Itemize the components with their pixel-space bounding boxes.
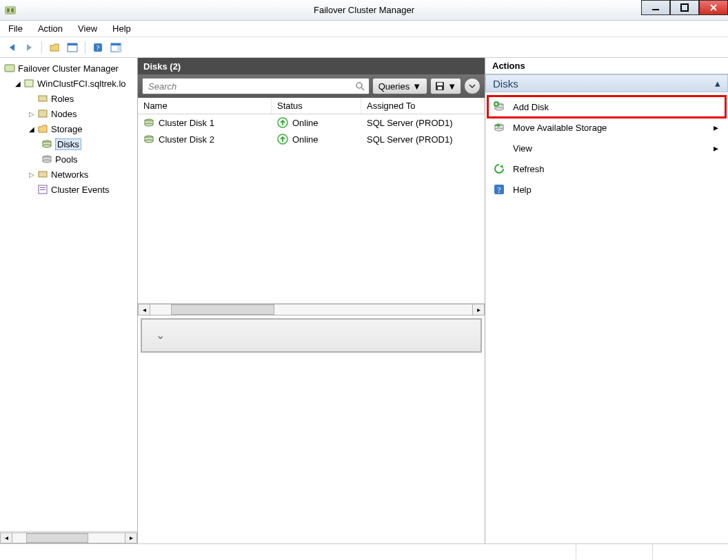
tree-cluster-events[interactable]: Cluster Events: [0, 182, 137, 197]
svg-rect-16: [39, 96, 47, 101]
svg-point-28: [356, 83, 362, 88]
list-row[interactable]: Cluster Disk 1 Online SQL Server (PROD1): [138, 114, 485, 131]
search-row: Queries ▼ ▼: [138, 74, 485, 98]
chevron-down-icon: [469, 83, 476, 90]
queries-label: Queries: [378, 81, 410, 92]
tree-roles[interactable]: Roles: [0, 91, 137, 106]
column-name[interactable]: Name: [138, 98, 272, 114]
disk-icon: [143, 134, 154, 145]
action-add-disk[interactable]: Add Disk: [488, 96, 725, 117]
close-button[interactable]: [699, 0, 728, 15]
svg-point-35: [145, 123, 153, 126]
details-expander[interactable]: ⌄: [141, 318, 482, 353]
action-refresh[interactable]: Refresh: [488, 158, 725, 179]
expander-icon[interactable]: ◢: [14, 79, 22, 87]
tree-networks[interactable]: ▷ Networks: [0, 167, 137, 182]
action-label: Refresh: [513, 164, 718, 174]
actions-list: Add Disk Move Available Storage ▸ View ▸…: [485, 92, 728, 204]
action-label: Move Available Storage: [513, 123, 707, 133]
networks-icon: [37, 169, 48, 180]
search-input[interactable]: [147, 81, 355, 92]
actions-section-header[interactable]: Disks ▴: [485, 74, 728, 92]
svg-rect-17: [39, 110, 47, 117]
main-area: Failover Cluster Manager ◢ WinClustFCI.s…: [0, 58, 728, 543]
scroll-thumb[interactable]: [171, 304, 274, 315]
menu-file[interactable]: File: [6, 21, 26, 36]
svg-rect-26: [40, 187, 46, 188]
nav-back-button[interactable]: [4, 39, 21, 56]
scroll-thumb[interactable]: [26, 533, 88, 543]
toolbar-separator: [85, 41, 85, 54]
tree-pane: Failover Cluster Manager ◢ WinClustFCI.s…: [0, 58, 138, 543]
scroll-track[interactable]: [150, 304, 472, 315]
expander-icon[interactable]: ◢: [28, 125, 36, 133]
queries-dropdown[interactable]: Queries ▼: [372, 78, 427, 94]
disks-icon: [41, 138, 52, 149]
column-assigned[interactable]: Assigned To: [361, 98, 485, 114]
expand-search-button[interactable]: [464, 78, 481, 94]
folder-up-button[interactable]: [46, 39, 63, 56]
menubar: File Action View Help: [0, 21, 728, 37]
actions-title: Actions: [485, 58, 728, 74]
search-icon[interactable]: [355, 81, 365, 91]
show-hide-actions-button[interactable]: [108, 39, 124, 56]
menu-help[interactable]: Help: [110, 21, 134, 36]
submenu-arrow-icon: ▸: [714, 143, 718, 154]
status-online-icon: [277, 134, 288, 145]
menu-view[interactable]: View: [75, 21, 100, 36]
tree-disks[interactable]: Disks: [0, 136, 137, 152]
help-button[interactable]: ?: [90, 39, 106, 56]
action-view[interactable]: View ▸: [488, 138, 725, 158]
scroll-right-button[interactable]: ▸: [472, 304, 485, 315]
window-controls: [641, 0, 728, 15]
statusbar: [0, 543, 728, 560]
pools-icon: [41, 154, 52, 165]
tree-nodes[interactable]: ▷ Nodes: [0, 106, 137, 121]
expander-icon[interactable]: ▷: [28, 170, 36, 178]
svg-point-43: [495, 107, 503, 110]
expander-spacer: [28, 94, 36, 103]
svg-rect-24: [39, 172, 47, 177]
svg-point-20: [43, 145, 51, 147]
disk-status: Online: [292, 134, 318, 145]
svg-rect-13: [117, 45, 121, 52]
scroll-left-button[interactable]: ◂: [138, 304, 150, 315]
action-help[interactable]: ? Help: [488, 179, 725, 200]
column-status[interactable]: Status: [272, 98, 361, 114]
status-cell: [576, 544, 653, 560]
svg-point-49: [495, 128, 503, 131]
svg-rect-27: [40, 189, 46, 190]
list-body: Cluster Disk 1 Online SQL Server (PROD1)…: [138, 114, 485, 303]
disk-assigned: SQL Server (PROD1): [367, 134, 453, 145]
tree-cluster[interactable]: ◢ WinClustFCI.sqltrek.lo: [0, 76, 137, 91]
save-dropdown[interactable]: ▼: [430, 78, 461, 94]
expander-icon[interactable]: ▷: [28, 110, 36, 118]
svg-rect-15: [25, 80, 33, 87]
collapse-icon: ▴: [715, 77, 720, 90]
window-title: Failover Cluster Manager: [0, 5, 728, 15]
disk-name: Cluster Disk 2: [159, 134, 214, 145]
menu-action[interactable]: Action: [35, 21, 65, 36]
nodes-icon: [37, 108, 48, 119]
list-hscrollbar[interactable]: ◂ ▸: [138, 303, 485, 315]
tree-pools[interactable]: Pools: [0, 152, 137, 167]
action-move-storage[interactable]: Move Available Storage ▸: [488, 117, 725, 138]
list-row[interactable]: Cluster Disk 2 Online SQL Server (PROD1): [138, 131, 485, 147]
search-box[interactable]: [142, 78, 370, 94]
tree-pools-label: Pools: [55, 154, 78, 165]
svg-line-29: [361, 87, 364, 90]
app-icon: [0, 0, 21, 21]
maximize-button[interactable]: [670, 0, 699, 15]
show-hide-tree-button[interactable]: [64, 39, 81, 56]
svg-rect-1: [7, 8, 10, 12]
scroll-right-button[interactable]: ▸: [125, 532, 137, 543]
tree-root[interactable]: Failover Cluster Manager: [0, 61, 137, 76]
scroll-track[interactable]: [12, 532, 125, 543]
scroll-left-button[interactable]: ◂: [0, 532, 12, 543]
nav-forward-button[interactable]: [21, 39, 37, 56]
minimize-button[interactable]: [641, 0, 670, 15]
toolbar-separator: [41, 41, 42, 54]
help-icon: ?: [492, 183, 506, 196]
tree-hscrollbar[interactable]: ◂ ▸: [0, 531, 137, 543]
tree-storage[interactable]: ◢ Storage: [0, 121, 137, 136]
